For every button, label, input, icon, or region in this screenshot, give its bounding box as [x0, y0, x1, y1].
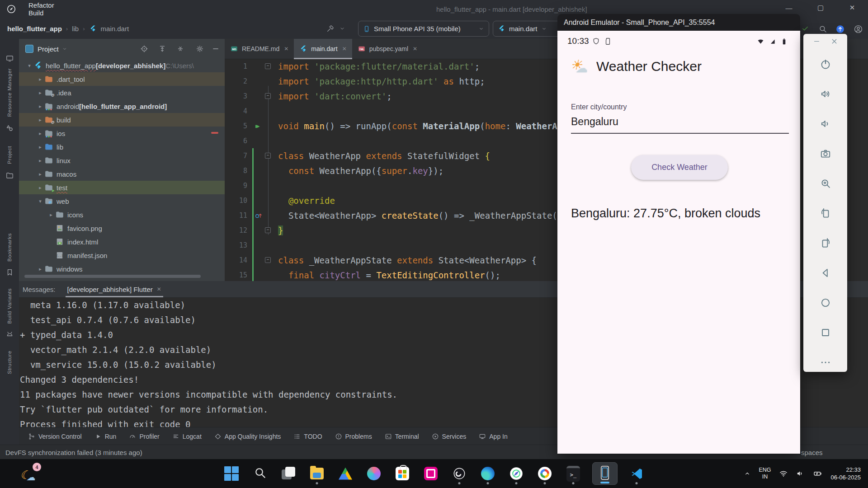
expand-all-icon[interactable]	[158, 45, 166, 53]
breadcrumb-project[interactable]: hello_flutter_app	[7, 25, 62, 33]
sidebar-item-resource-manager[interactable]: Resource Manager	[7, 68, 12, 117]
clock[interactable]: 22:33 06-06-2025	[831, 466, 861, 481]
hide-panel-icon[interactable]	[212, 45, 220, 53]
project-view-title[interactable]: Project	[38, 45, 59, 53]
close-icon[interactable]: ✕	[157, 286, 161, 292]
emulator-rotate-right-button[interactable]	[820, 237, 831, 249]
emulator-screen[interactable]: 10:33 ☀☁ Weather Checker Enter city/coun…	[557, 31, 800, 454]
gear-icon[interactable]	[196, 45, 204, 53]
tree-item-build[interactable]: ▸⚙build	[19, 113, 225, 127]
tree-chevron-icon[interactable]: ▾	[36, 198, 44, 204]
collapse-all-icon[interactable]	[176, 45, 184, 53]
fold-marker-icon[interactable]: −	[265, 63, 271, 69]
close-icon[interactable]: ✕	[284, 46, 288, 52]
tree-chevron-icon[interactable]: ▾	[25, 63, 33, 69]
tree-item-favicon-png[interactable]: favicon.png	[19, 221, 225, 235]
indent-info[interactable]: spaces	[801, 449, 823, 456]
run-line-icon[interactable]: ▶▶	[255, 123, 257, 129]
close-icon[interactable]: ✕	[413, 46, 417, 52]
sidebar-item-bookmarks[interactable]: Bookmarks	[7, 233, 12, 262]
volume-icon[interactable]	[796, 469, 805, 478]
emulator-more-button[interactable]	[820, 357, 831, 368]
minimize-icon[interactable]	[813, 38, 821, 45]
taskbar-android-studio[interactable]	[507, 462, 526, 485]
tree-item-linux[interactable]: ▸linux	[19, 154, 225, 167]
maximize-button[interactable]: ▢	[810, 0, 831, 15]
messages-flutter-tab[interactable]: [developer_abhishek] Flutter ✕	[66, 281, 163, 297]
emulator-back-button[interactable]	[820, 267, 831, 279]
emulator-title-bar[interactable]: Android Emulator - Small_Phone_API_35:55…	[557, 14, 800, 31]
toolwindow-version-control[interactable]: Version Control	[28, 433, 82, 440]
close-button[interactable]: ✕	[842, 0, 863, 15]
sidebar-item-project[interactable]: Project	[7, 146, 12, 164]
menu-item-build[interactable]: Build	[23, 9, 61, 17]
sidebar-project-icon[interactable]	[5, 171, 14, 180]
tray-overflow-icon[interactable]	[744, 470, 751, 477]
emulator-rotate-left-button[interactable]	[820, 207, 831, 219]
sidebar-build-variants-icon[interactable]	[5, 330, 14, 339]
update-icon[interactable]	[835, 24, 845, 34]
tree-chevron-icon[interactable]: ▸	[36, 185, 44, 191]
tree-item-manifest-json[interactable]: {..}manifest.json	[19, 249, 225, 262]
toolwindow-run[interactable]: Run	[94, 433, 117, 440]
tree-item--idea[interactable]: ▸⚙.idea	[19, 86, 225, 99]
taskbar-start[interactable]	[222, 462, 241, 485]
sidebar-bookmarks-icon[interactable]	[5, 268, 14, 277]
tree-item-hello-flutter-app[interactable]: ▾hello_flutter_app [developer_abhishek] …	[19, 59, 225, 72]
taskbar-file-explorer[interactable]	[307, 462, 326, 485]
avatar[interactable]	[854, 24, 863, 34]
toolwindow-app-in[interactable]: App In	[479, 433, 507, 440]
emulator-home-button[interactable]	[820, 297, 831, 309]
tree-chevron-icon[interactable]: ▸	[36, 171, 44, 177]
close-icon[interactable]	[830, 38, 838, 45]
widgets-button[interactable]: ☾ ☁ 4	[15, 462, 48, 485]
tree-item-test[interactable]: ▸▸test	[19, 181, 225, 194]
toolwindow-todo[interactable]: TODO	[293, 433, 322, 440]
toolwindow-terminal[interactable]: Terminal	[385, 433, 419, 440]
emulator-volume-down-button[interactable]	[820, 118, 831, 130]
toolwindow-logcat[interactable]: Logcat	[172, 433, 202, 440]
taskbar-pink-app[interactable]	[421, 462, 440, 485]
breadcrumb-lib[interactable]: lib	[72, 25, 79, 33]
menu-item-refactor[interactable]: Refactor	[23, 1, 61, 9]
tree-item-icons[interactable]: ▸icons	[19, 208, 225, 221]
fold-marker-icon[interactable]: −	[265, 227, 271, 233]
tab-README-md[interactable]: MDREADME.md✕	[225, 39, 294, 59]
city-input[interactable]: Bengaluru	[571, 116, 618, 128]
taskbar-microsoft-store[interactable]	[393, 462, 412, 485]
taskbar-search[interactable]	[250, 462, 269, 485]
fold-marker-icon[interactable]: −	[265, 153, 271, 159]
language-indicator[interactable]: ENG IN	[759, 467, 771, 480]
tree-chevron-icon[interactable]: ▸	[36, 158, 44, 164]
tree-item-index-html[interactable]: Hindex.html	[19, 235, 225, 249]
tab-pubspec-yaml[interactable]: YMLpubspec.yaml✕	[352, 39, 423, 59]
close-icon[interactable]: ✕	[342, 46, 347, 52]
chevron-down-icon[interactable]	[62, 46, 67, 52]
tree-item--dart-tool[interactable]: ▸.dart_tool	[19, 72, 225, 86]
wifi-icon[interactable]	[779, 469, 788, 478]
check-weather-button[interactable]: Check Weather	[631, 155, 728, 180]
sidebar-running-devices-icon[interactable]	[5, 54, 14, 63]
emulator-zoom-in-button[interactable]	[820, 178, 831, 189]
tree-chevron-icon[interactable]: ▸	[36, 76, 44, 82]
taskbar-copilot[interactable]	[364, 462, 383, 485]
emulator-camera-button[interactable]	[820, 148, 831, 160]
tree-item-macos[interactable]: ▸macos	[19, 167, 225, 181]
emulator-power-button[interactable]	[820, 58, 831, 70]
toolwindow-services[interactable]: Services	[432, 433, 467, 440]
battery-icon[interactable]	[812, 469, 823, 478]
taskbar-android-emulator[interactable]	[592, 462, 618, 485]
toolwindow-app-quality-insights[interactable]: App Quality Insights	[214, 433, 281, 440]
build-dropdown-icon[interactable]	[339, 24, 345, 33]
tree-horizontal-scrollbar[interactable]	[24, 275, 201, 278]
search-icon[interactable]	[818, 24, 827, 33]
tree-chevron-icon[interactable]: ▸	[36, 266, 44, 272]
tree-chevron-icon[interactable]: ▸	[36, 90, 44, 96]
tree-item-web[interactable]: ▾◉web	[19, 194, 225, 208]
sidebar-resource-manager-icon[interactable]	[5, 124, 14, 132]
build-hammer-icon[interactable]	[326, 24, 335, 33]
device-selector[interactable]: Small Phone API 35 (mobile)	[358, 21, 489, 37]
tree-item-android[interactable]: ▸android [hello_flutter_app_android]	[19, 99, 225, 113]
tree-item-lib[interactable]: ▸lib	[19, 140, 225, 154]
fold-marker-icon[interactable]: −	[265, 257, 271, 263]
